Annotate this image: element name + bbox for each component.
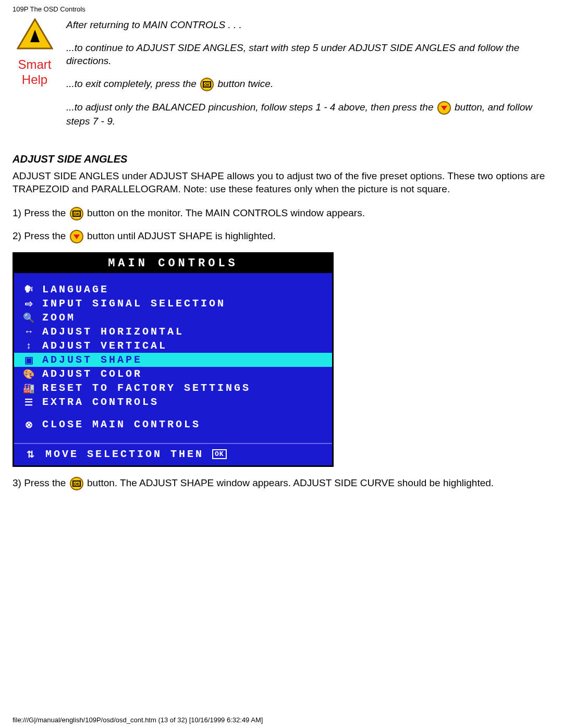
osd-item-adjust-horizontal[interactable]: ↔ ADJUST HORIZONTAL	[14, 325, 332, 339]
section-intro: ADJUST SIDE ANGLES under ADJUST SHAPE al…	[13, 169, 550, 196]
osd-item-zoom[interactable]: 🔍 ZOOM	[14, 311, 332, 325]
ok-button-icon: OK	[200, 78, 214, 91]
shape-icon: ▣	[19, 354, 38, 366]
osd-footer: ⇅ MOVE SELECTION THEN OK	[14, 443, 332, 465]
svg-text:OK: OK	[204, 83, 210, 87]
factory-icon: 🏭	[19, 382, 38, 394]
down-button-icon	[437, 101, 451, 115]
zoom-icon: 🔍	[19, 312, 38, 324]
osd-item-factory-reset[interactable]: 🏭 RESET TO FACTORY SETTINGS	[14, 381, 332, 395]
ok-button-icon: OK	[70, 207, 83, 220]
osd-panel: MAIN CONTROLS 🗣 LANGUAGE ⇨ INPUT SIGNAL …	[13, 252, 334, 467]
ok-indicator-icon: OK	[212, 449, 227, 459]
osd-item-close[interactable]: ⊗ CLOSE MAIN CONTROLS	[14, 417, 332, 431]
osd-item-adjust-shape[interactable]: ▣ ADJUST SHAPE	[14, 353, 332, 367]
step-3: 3) Press the OK button. The ADJUST SHAPE…	[13, 474, 550, 492]
updown-icon: ⇅	[19, 449, 41, 460]
osd-item-input-signal[interactable]: ⇨ INPUT SIGNAL SELECTION	[14, 297, 332, 311]
warning-icon	[17, 18, 53, 51]
ok-button-icon: OK	[70, 477, 83, 490]
color-icon: 🎨	[19, 368, 38, 380]
section-title: ADJUST SIDE ANGLES	[13, 153, 550, 165]
smart-help-title: Smart Help	[13, 57, 57, 88]
extra-icon: ☰	[19, 397, 38, 408]
osd-item-extra-controls[interactable]: ☰ EXTRA CONTROLS	[14, 395, 332, 409]
osd-title: MAIN CONTROLS	[14, 254, 332, 273]
osd-item-adjust-color[interactable]: 🎨 ADJUST COLOR	[14, 367, 332, 381]
close-icon: ⊗	[19, 419, 38, 430]
language-icon: 🗣	[19, 284, 38, 295]
input-icon: ⇨	[19, 298, 38, 310]
svg-text:OK: OK	[74, 482, 79, 486]
osd-item-adjust-vertical[interactable]: ↕ ADJUST VERTICAL	[14, 339, 332, 353]
smart-help-block: Smart Help After returning to MAIN CONTR…	[13, 18, 550, 138]
smart-help-body: After returning to MAIN CONTROLS . . . .…	[66, 18, 550, 138]
svg-text:OK: OK	[74, 212, 79, 216]
step-2: 2) Press the button until ADJUST SHAPE i…	[13, 227, 550, 245]
step-1: 1) Press the OK button on the monitor. T…	[13, 204, 550, 222]
osd-list: 🗣 LANGUAGE ⇨ INPUT SIGNAL SELECTION 🔍 ZO…	[14, 273, 332, 443]
down-button-icon	[70, 230, 83, 243]
page-header: 109P The OSD Controls	[13, 5, 550, 13]
osd-item-language[interactable]: 🗣 LANGUAGE	[14, 282, 332, 297]
vertical-icon: ↕	[19, 340, 38, 351]
horizontal-icon: ↔	[19, 326, 38, 337]
